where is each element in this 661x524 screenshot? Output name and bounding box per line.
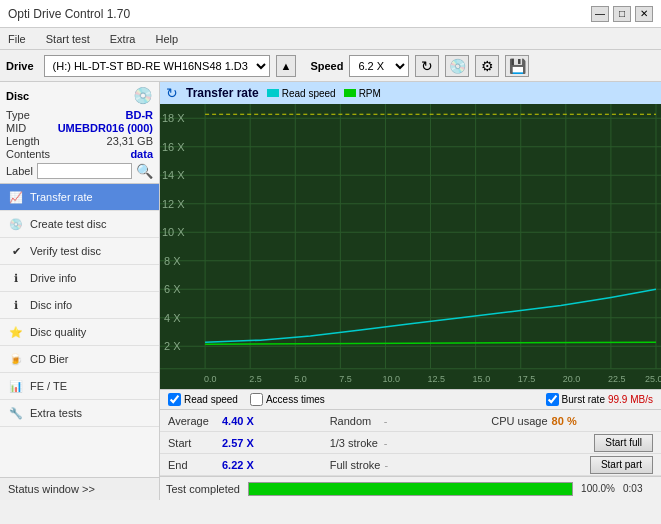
speed-select[interactable]: 6.2 X	[349, 55, 409, 77]
label-input[interactable]	[37, 163, 132, 179]
refresh-button[interactable]: ↻	[415, 55, 439, 77]
disc-icon-button[interactable]: 💿	[445, 55, 469, 77]
progress-percent: 100.0%	[581, 483, 615, 494]
create-test-disc-icon: 💿	[8, 216, 24, 232]
menu-help[interactable]: Help	[151, 31, 182, 47]
svg-text:8 X: 8 X	[164, 255, 181, 267]
stat-start-full: Start full	[491, 434, 653, 452]
chart-icon: ↻	[166, 85, 178, 101]
svg-text:15.0: 15.0	[473, 374, 491, 384]
type-label: Type	[6, 109, 30, 121]
svg-text:17.5: 17.5	[518, 374, 536, 384]
settings-icon-button[interactable]: ⚙	[475, 55, 499, 77]
chart-area: 18 X 16 X 14 X 12 X 10 X 8 X 6 X 4 X 2 X…	[160, 104, 661, 389]
minimize-button[interactable]: —	[591, 6, 609, 22]
cb-burst-rate-input[interactable]	[546, 393, 559, 406]
nav-create-test-disc-label: Create test disc	[30, 218, 106, 230]
stats-row-end: End 6.22 X Full stroke - Start part	[160, 454, 661, 476]
disc-panel: Disc 💿 Type BD-R MID UMEBDR016 (000) Len…	[0, 82, 159, 184]
svg-text:20.0: 20.0	[563, 374, 581, 384]
start-value: 2.57 X	[222, 437, 254, 449]
cb-read-speed-input[interactable]	[168, 393, 181, 406]
svg-text:12.5: 12.5	[428, 374, 446, 384]
nav-fe-te[interactable]: 📊 FE / TE	[0, 373, 159, 400]
disc-header: Disc 💿	[6, 86, 153, 105]
label-icon[interactable]: 🔍	[136, 163, 153, 179]
cpu-label: CPU usage	[491, 415, 547, 427]
disc-type-row: Type BD-R	[6, 109, 153, 121]
stat-start-part: Start part	[491, 456, 653, 474]
progress-fill	[249, 483, 572, 495]
speed-label: Speed	[310, 60, 343, 72]
random-label: Random	[330, 415, 380, 427]
svg-text:16 X: 16 X	[162, 141, 185, 153]
svg-text:7.5: 7.5	[339, 374, 352, 384]
drive-label: Drive	[6, 60, 34, 72]
third-stroke-value: -	[384, 437, 492, 449]
contents-label: Contents	[6, 148, 50, 160]
type-value: BD-R	[126, 109, 154, 121]
eject-button[interactable]: ▲	[276, 55, 297, 77]
stats-area: Average 4.40 X Random - CPU usage 80 % S…	[160, 409, 661, 476]
mid-label: MID	[6, 122, 26, 134]
maximize-button[interactable]: □	[613, 6, 631, 22]
stats-row-average: Average 4.40 X Random - CPU usage 80 %	[160, 410, 661, 432]
nav-drive-info-label: Drive info	[30, 272, 76, 284]
nav-extra-tests[interactable]: 🔧 Extra tests	[0, 400, 159, 427]
cb-access-times[interactable]: Access times	[250, 393, 325, 406]
disc-title: Disc	[6, 90, 29, 102]
menu-bar: File Start test Extra Help	[0, 28, 661, 50]
svg-text:22.5: 22.5	[608, 374, 626, 384]
chart-title: Transfer rate	[186, 86, 259, 100]
drive-select[interactable]: (H:) HL-DT-ST BD-RE WH16NS48 1.D3	[44, 55, 270, 77]
drive-info-icon: ℹ	[8, 270, 24, 286]
nav-transfer-rate[interactable]: 📈 Transfer rate	[0, 184, 159, 211]
cb-access-times-label: Access times	[266, 394, 325, 405]
close-button[interactable]: ✕	[635, 6, 653, 22]
nav-cd-bier-label: CD Bier	[30, 353, 69, 365]
progress-time: 0:03	[623, 483, 655, 494]
nav-cd-bier[interactable]: 🍺 CD Bier	[0, 346, 159, 373]
nav-disc-info[interactable]: ℹ Disc info	[0, 292, 159, 319]
svg-text:10 X: 10 X	[162, 226, 185, 238]
status-window-button[interactable]: Status window >>	[0, 477, 159, 500]
svg-text:18 X: 18 X	[162, 112, 185, 124]
legend-rpm-color	[344, 89, 356, 97]
svg-text:10.0: 10.0	[382, 374, 400, 384]
label-label: Label	[6, 165, 33, 177]
nav-drive-info[interactable]: ℹ Drive info	[0, 265, 159, 292]
progress-track	[248, 482, 573, 496]
nav-verify-test-disc[interactable]: ✔ Verify test disc	[0, 238, 159, 265]
length-label: Length	[6, 135, 40, 147]
start-full-button[interactable]: Start full	[594, 434, 653, 452]
svg-text:25.0 GB: 25.0 GB	[645, 374, 661, 384]
legend-read-speed: Read speed	[267, 88, 336, 99]
menu-file[interactable]: File	[4, 31, 30, 47]
main-layout: Disc 💿 Type BD-R MID UMEBDR016 (000) Len…	[0, 82, 661, 500]
progress-bar-area: Test completed 100.0% 0:03	[160, 476, 661, 500]
app-title: Opti Drive Control 1.70	[8, 7, 130, 21]
cpu-value: 80 %	[552, 415, 577, 427]
save-button[interactable]: 💾	[505, 55, 529, 77]
menu-start-test[interactable]: Start test	[42, 31, 94, 47]
svg-text:14 X: 14 X	[162, 169, 185, 181]
svg-text:2.5: 2.5	[249, 374, 262, 384]
start-part-button[interactable]: Start part	[590, 456, 653, 474]
chart-svg: 18 X 16 X 14 X 12 X 10 X 8 X 6 X 4 X 2 X…	[160, 104, 661, 389]
burst-rate-section: Burst rate 99.9 MB/s	[546, 393, 653, 406]
cb-read-speed[interactable]: Read speed	[168, 393, 238, 406]
third-stroke-label: 1/3 stroke	[330, 437, 380, 449]
stat-average: Average 4.40 X	[168, 415, 330, 427]
contents-value: data	[130, 148, 153, 160]
drive-bar: Drive (H:) HL-DT-ST BD-RE WH16NS48 1.D3 …	[0, 50, 661, 82]
legend-read-speed-label: Read speed	[282, 88, 336, 99]
nav-disc-quality-label: Disc quality	[30, 326, 86, 338]
svg-text:12 X: 12 X	[162, 198, 185, 210]
nav-disc-quality[interactable]: ⭐ Disc quality	[0, 319, 159, 346]
menu-extra[interactable]: Extra	[106, 31, 140, 47]
sidebar: Disc 💿 Type BD-R MID UMEBDR016 (000) Len…	[0, 82, 160, 500]
nav-create-test-disc[interactable]: 💿 Create test disc	[0, 211, 159, 238]
mid-value: UMEBDR016 (000)	[58, 122, 153, 134]
disc-label-row: Label 🔍	[6, 163, 153, 179]
cb-access-times-input[interactable]	[250, 393, 263, 406]
